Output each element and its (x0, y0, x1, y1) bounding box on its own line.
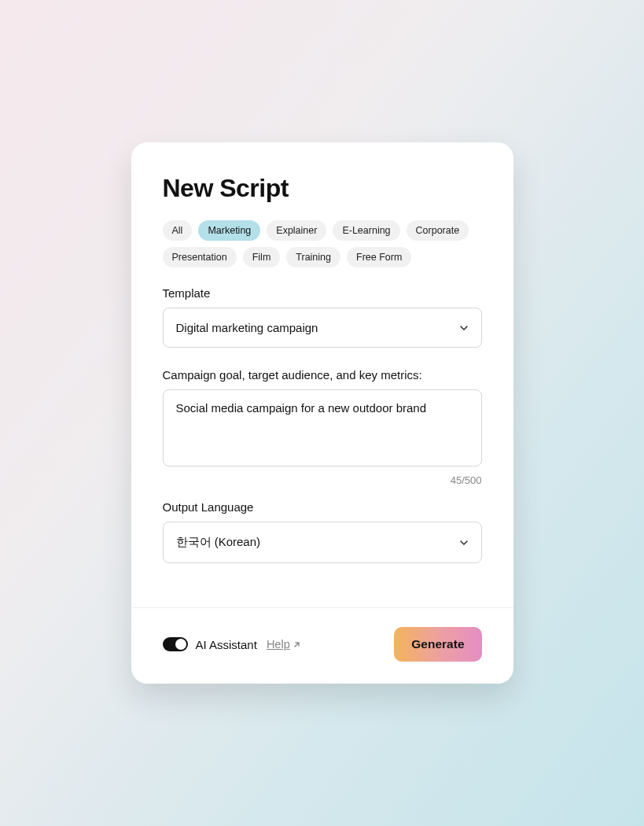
template-label: Template (163, 286, 482, 300)
template-selected-value: Digital marketing campaign (176, 321, 318, 334)
help-link[interactable]: Help (267, 638, 301, 651)
output-language-select[interactable]: 한국어 (Korean) (163, 522, 482, 563)
ai-assistant-group: AI Assistant Help (163, 637, 301, 651)
chevron-down-icon (459, 323, 469, 333)
prompt-label: Campaign goal, target audience, and key … (163, 368, 482, 382)
chip-marketing[interactable]: Marketing (198, 220, 260, 241)
output-language-selected-value: 한국어 (Korean) (176, 535, 261, 548)
chip-training[interactable]: Training (286, 247, 340, 267)
chip-corporate[interactable]: Corporate (407, 220, 469, 241)
chip-freeform[interactable]: Free Form (347, 247, 411, 267)
prompt-textarea[interactable] (163, 389, 482, 466)
output-language-label: Output Language (163, 500, 482, 514)
help-link-text: Help (267, 638, 290, 651)
generate-button[interactable]: Generate (394, 627, 481, 662)
new-script-card: New Script All Marketing Explainer E-Lea… (131, 142, 513, 684)
toggle-knob (175, 639, 186, 650)
external-arrow-icon (293, 640, 301, 649)
footer-row: AI Assistant Help Generate (163, 608, 482, 662)
char-counter: 45/500 (163, 474, 482, 486)
chip-all[interactable]: All (163, 220, 193, 241)
template-select[interactable]: Digital marketing campaign (163, 308, 482, 348)
category-chip-row: All Marketing Explainer E-Learning Corpo… (163, 220, 482, 267)
chip-film[interactable]: Film (243, 247, 281, 267)
chip-elearning[interactable]: E-Learning (333, 220, 399, 241)
chip-presentation[interactable]: Presentation (163, 247, 237, 267)
ai-assistant-toggle[interactable] (163, 637, 188, 651)
page-title: New Script (163, 174, 482, 203)
chip-explainer[interactable]: Explainer (267, 220, 326, 241)
ai-assistant-label: AI Assistant (196, 638, 257, 651)
chevron-down-icon (459, 538, 469, 548)
